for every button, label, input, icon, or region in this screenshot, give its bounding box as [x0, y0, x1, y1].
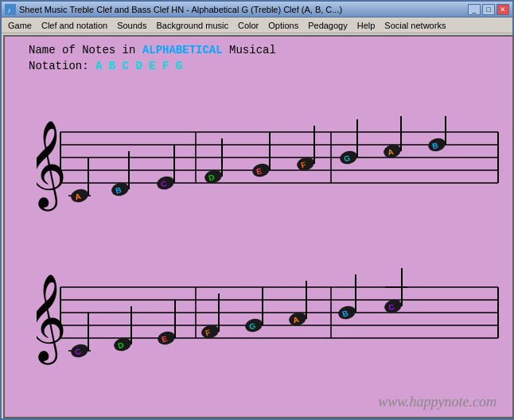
maximize-button[interactable]: □ [482, 4, 495, 15]
svg-text:♪: ♪ [7, 6, 11, 14]
menu-item-pedagogy[interactable]: Pedagogy [303, 18, 352, 33]
menu-item-help[interactable]: Help [352, 18, 380, 33]
header-line2: Notation: A B C D E F G [29, 59, 276, 75]
header-text: Name of Notes in ALPHABETICAL Musical No… [29, 43, 276, 74]
header-line1: Name of Notes in ALPHABETICAL Musical [29, 43, 276, 59]
app-window: ♪ Sheet Music Treble Clef and Bass Clef … [0, 0, 514, 420]
header-line1-end: Musical [223, 44, 276, 56]
menu-item-game[interactable]: Game [3, 18, 37, 33]
minimize-button[interactable]: _ [468, 4, 481, 15]
title-bar: ♪ Sheet Music Treble Clef and Bass Clef … [2, 2, 512, 18]
header-alphabetical: ALPHABETICAL [142, 44, 223, 56]
header-notes: A B C D E F G [95, 60, 182, 72]
app-icon: ♪ [5, 4, 16, 15]
menu-item-options[interactable]: Options [263, 18, 303, 33]
title-bar-buttons: _ □ ✕ [468, 4, 509, 15]
menu-item-color[interactable]: Color [233, 18, 263, 33]
menu-item-background-music[interactable]: Background music [151, 18, 233, 33]
menu-bar: GameClef and notationSoundsBackground mu… [2, 18, 512, 33]
staff-1: 𝄞 A B C D E F [37, 116, 506, 212]
close-button[interactable]: ✕ [496, 4, 509, 15]
menu-item-clef-and-notation[interactable]: Clef and notation [37, 18, 112, 33]
header-line1-plain: Name of Notes in [29, 44, 142, 56]
menu-item-social-networks[interactable]: Social networks [380, 18, 450, 33]
staff-2: 𝄞 C D E F G A [37, 263, 506, 367]
menu-item-sounds[interactable]: Sounds [112, 18, 151, 33]
treble-clef-1: 𝄞 [37, 121, 67, 212]
main-content: Name of Notes in ALPHABETICAL Musical No… [3, 35, 514, 418]
website-text: www.happynote.com [378, 394, 496, 410]
title-bar-text: Sheet Music Treble Clef and Bass Clef HN… [19, 5, 468, 14]
treble-clef-2: 𝄞 [37, 274, 67, 365]
header-notation-plain: Notation: [29, 60, 95, 72]
